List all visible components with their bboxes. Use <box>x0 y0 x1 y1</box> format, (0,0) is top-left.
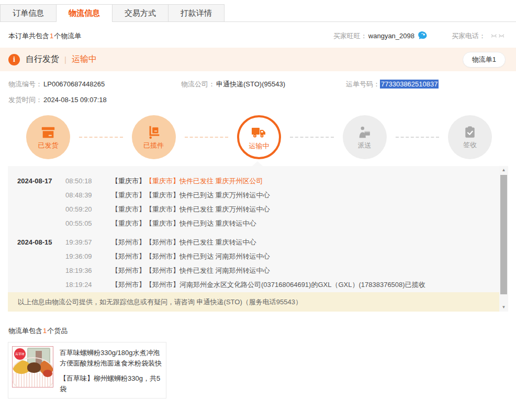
waybill-no-value-selected: 773303862510837 <box>380 80 439 89</box>
tracking-time: 00:59:20 <box>65 202 111 216</box>
tracking-event: 【郑州市】【郑州市】快件已发往 河南郑州转运中心 <box>111 263 270 278</box>
step-shipped: 已发货 <box>26 115 70 159</box>
tracking-event: 【重庆市】【重庆市】快件已到达 重庆万州转运中心 <box>111 188 270 202</box>
tab-trade-method[interactable]: 交易方式 <box>112 4 169 21</box>
product-title[interactable]: 百草味螺蛳粉330g/180g水煮冲泡方便面酸辣粉泡面速食米粉袋装快 <box>60 348 162 369</box>
truck-icon <box>251 124 267 141</box>
tracking-time: 18:19:36 <box>65 263 111 278</box>
tab-payment-detail[interactable]: 打款详情 <box>168 4 225 21</box>
tab-logistics-info[interactable]: 物流信息 <box>56 4 113 21</box>
tracking-no-value: LP00670687448265 <box>43 80 105 88</box>
tracking-date <box>17 263 65 278</box>
ship-time-field: 发货时间：2024-08-15 09:07:18 <box>8 95 181 105</box>
waybill-no-field: 运单号码：773303862510837 <box>346 80 439 89</box>
trolley-icon <box>146 125 162 140</box>
step-connector <box>79 137 123 138</box>
step-signed: 签收 <box>448 115 492 159</box>
tab-bar: 订单信息 物流信息 交易方式 打款详情 <box>0 0 516 22</box>
step-label: 签收 <box>463 140 477 150</box>
tracking-event: 【郑州市】【郑州市】快件已发往 重庆转运中心 <box>111 235 256 249</box>
step-collected: 已揽件 <box>132 115 176 159</box>
buyer-wangwang-value: wangyan_2098 <box>368 32 414 40</box>
ship-status-text: 运输中 <box>72 54 97 65</box>
tracking-event: 【郑州市】【郑州市】快件已到达 河南郑州转运中心 <box>111 249 270 263</box>
tracking-time: 08:48:39 <box>65 188 111 202</box>
tracking-row: 18:19:36【郑州市】【郑州市】快件已发往 河南郑州转运中心 <box>17 263 492 278</box>
phone-hidden-eyes-icon[interactable] <box>491 33 504 39</box>
tracking-row: 18:19:24【郑州市】【郑州市】河南郑州金水区文化路公司(037168064… <box>17 278 492 292</box>
tracking-date <box>17 249 65 263</box>
info-icon: i <box>8 54 20 65</box>
tracking-time: 19:39:57 <box>65 235 111 249</box>
tracking-event: 【重庆市】【重庆市】快件已发往 重庆开州区公司 <box>111 174 263 188</box>
tracking-row: 19:36:09【郑州市】【郑州市】快件已到达 河南郑州转运中心 <box>17 249 492 263</box>
step-label: 派送 <box>358 141 372 150</box>
goods-section-title: 物流单包含1个货品 <box>0 312 516 342</box>
step-connector <box>185 137 229 138</box>
tracking-date: 2024-08-17 <box>17 174 65 188</box>
wangwang-chat-icon[interactable] <box>418 31 428 41</box>
tracking-row: 08:48:39【重庆市】【重庆市】快件已到达 重庆万州转运中心 <box>17 188 492 202</box>
step-connector <box>396 137 440 138</box>
logistics-notice: 以上信息由物流公司提供，如无跟踪信息或有疑问，请咨询 申通快递(STO)（服务电… <box>8 292 499 312</box>
scrollbar[interactable]: ▲ ▼ <box>499 166 508 312</box>
shipment-status-bar: i 自行发货 | 运输中 物流单1 <box>0 48 516 71</box>
tracking-list: 2024-08-1708:50:18【重庆市】【重庆市】快件已发往 重庆开州区公… <box>8 166 508 292</box>
product-image[interactable]: 百草味 <box>12 346 53 388</box>
tracking-event: 【重庆市】【重庆市】快件已到达 重庆转运中心 <box>111 216 256 230</box>
tracking-time: 19:36:09 <box>65 249 111 263</box>
tracking-event: 【重庆市】【重庆市】快件已发往 重庆万州转运中心 <box>111 202 270 216</box>
step-label: 运输中 <box>249 141 270 151</box>
product-sku: 【百草味】柳州螺蛳粉330g，共5袋 <box>60 373 162 394</box>
tracking-event: 【郑州市】【郑州市】河南郑州金水区文化路公司(037168064691)的GXL… <box>111 278 425 292</box>
scroll-up-arrow[interactable]: ▲ <box>499 166 508 174</box>
brand-badge: 百草味 <box>14 348 26 360</box>
waybill-1-button[interactable]: 物流单1 <box>463 52 506 68</box>
tracking-date <box>17 278 65 292</box>
progress-steps: 已发货 已揽件 运输中 <box>0 111 516 159</box>
order-contains-text: 本订单共包含1个物流单 <box>8 31 81 41</box>
buyer-phone-label: 买家电话： <box>452 31 486 41</box>
goods-count: 1 <box>42 327 47 335</box>
logistics-company-value: 申通快递(STO)(95543) <box>216 80 285 88</box>
shipment-info: 物流编号：LP00670687448265 物流公司：申通快递(STO)(955… <box>0 71 516 105</box>
tracking-row: 2024-08-1519:39:57【郑州市】【郑州市】快件已发往 重庆转运中心 <box>17 235 492 249</box>
waybill-count: 1 <box>49 32 54 40</box>
scroll-down-arrow[interactable]: ▼ <box>499 303 508 312</box>
tab-order-info[interactable]: 订单信息 <box>0 4 57 21</box>
separator: | <box>64 55 66 64</box>
tracking-row: 00:55:05【重庆市】【重庆市】快件已到达 重庆转运中心 <box>17 216 492 230</box>
step-label: 已揽件 <box>143 141 164 150</box>
tracking-time: 18:19:24 <box>65 278 111 292</box>
package-icon <box>40 125 56 140</box>
buyer-wangwang-label: 买家旺旺： <box>333 31 367 41</box>
ship-time-value: 2024-08-15 09:07:18 <box>43 96 107 104</box>
courier-icon <box>357 125 373 140</box>
tracking-no-field: 物流编号：LP00670687448265 <box>8 80 181 89</box>
tracking-time: 00:55:05 <box>65 216 111 230</box>
tracking-date <box>17 216 65 230</box>
step-in-transit: 运输中 <box>237 115 281 159</box>
scrollbar-thumb[interactable] <box>500 175 507 294</box>
tracking-row: 2024-08-1708:50:18【重庆市】【重庆市】快件已发往 重庆开州区公… <box>17 174 492 188</box>
summary-row: 本订单共包含1个物流单 买家旺旺： wangyan_2098 买家电话： <box>0 22 516 48</box>
logistics-company-field: 物流公司：申通快递(STO)(95543) <box>181 80 346 89</box>
tracking-box: 2024-08-1708:50:18【重庆市】【重庆市】快件已发往 重庆开州区公… <box>8 166 508 312</box>
step-label: 已发货 <box>38 141 59 150</box>
tracking-date <box>17 202 65 216</box>
tracking-row: 00:59:20【重庆市】【重庆市】快件已发往 重庆万州转运中心 <box>17 202 492 216</box>
tracking-date: 2024-08-15 <box>17 235 65 249</box>
step-delivering: 派送 <box>343 115 387 159</box>
tracking-date <box>17 188 65 202</box>
goods-card[interactable]: 百草味 百草味螺蛳粉330g/180g水煮冲泡方便面酸辣粉泡面速食米粉袋装快 【… <box>8 342 166 399</box>
ship-type-text: 自行发货 <box>26 54 59 65</box>
tracking-time: 08:50:18 <box>65 174 111 188</box>
signed-icon <box>463 125 477 140</box>
step-connector <box>290 137 334 138</box>
